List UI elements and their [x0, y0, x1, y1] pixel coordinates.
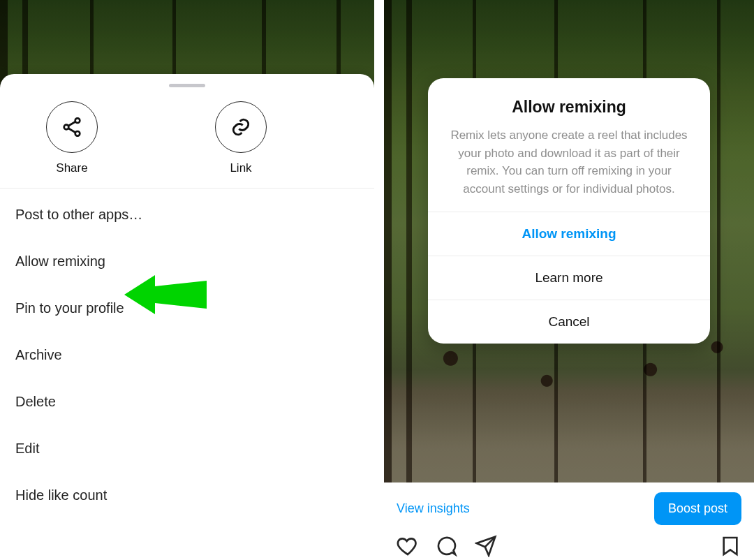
right-screenshot: Allow remixing Remix lets anyone create … — [384, 0, 754, 560]
dialog-actions: Allow remixing Learn more Cancel — [428, 212, 710, 344]
svg-line-4 — [68, 128, 75, 133]
dialog-body: Remix lets anyone create a reel that inc… — [448, 126, 690, 198]
svg-point-0 — [75, 118, 80, 123]
like-icon[interactable] — [397, 535, 419, 557]
share-label: Share — [56, 161, 87, 175]
sheet-icon-row: Share Link — [0, 93, 374, 189]
svg-point-1 — [64, 125, 69, 130]
menu-edit[interactable]: Edit — [0, 425, 374, 472]
boost-post-button[interactable]: Boost post — [654, 492, 741, 525]
share-icon — [46, 101, 98, 153]
allow-remixing-button[interactable]: Allow remixing — [428, 212, 710, 256]
share-plane-icon[interactable] — [475, 535, 497, 557]
post-footer: View insights Boost post — [384, 482, 754, 560]
menu-archive[interactable]: Archive — [0, 332, 374, 378]
learn-more-button[interactable]: Learn more — [428, 256, 710, 300]
action-sheet: Share Link Post to other apps… Allow rem… — [0, 74, 374, 560]
save-icon[interactable] — [719, 535, 741, 557]
svg-point-2 — [75, 131, 80, 136]
dialog-title: Allow remixing — [448, 98, 690, 117]
menu-post-other-apps[interactable]: Post to other apps… — [0, 191, 374, 238]
view-insights-link[interactable]: View insights — [397, 501, 470, 516]
link-label: Link — [230, 161, 251, 175]
svg-line-3 — [68, 121, 75, 126]
cancel-button[interactable]: Cancel — [428, 300, 710, 344]
allow-remixing-dialog: Allow remixing Remix lets anyone create … — [428, 78, 710, 344]
link-button[interactable]: Link — [215, 101, 267, 175]
comment-icon[interactable] — [436, 535, 458, 557]
left-screenshot: Share Link Post to other apps… Allow rem… — [0, 0, 374, 560]
share-button[interactable]: Share — [46, 101, 98, 175]
menu-pin-profile[interactable]: Pin to your profile — [0, 285, 374, 332]
menu-allow-remixing[interactable]: Allow remixing — [0, 238, 374, 285]
link-icon — [215, 101, 267, 153]
sheet-grabber[interactable] — [169, 84, 205, 87]
menu-delete[interactable]: Delete — [0, 378, 374, 425]
screenshot-divider — [374, 0, 384, 560]
sheet-menu: Post to other apps… Allow remixing Pin t… — [0, 189, 374, 519]
menu-hide-like-count[interactable]: Hide like count — [0, 472, 374, 519]
